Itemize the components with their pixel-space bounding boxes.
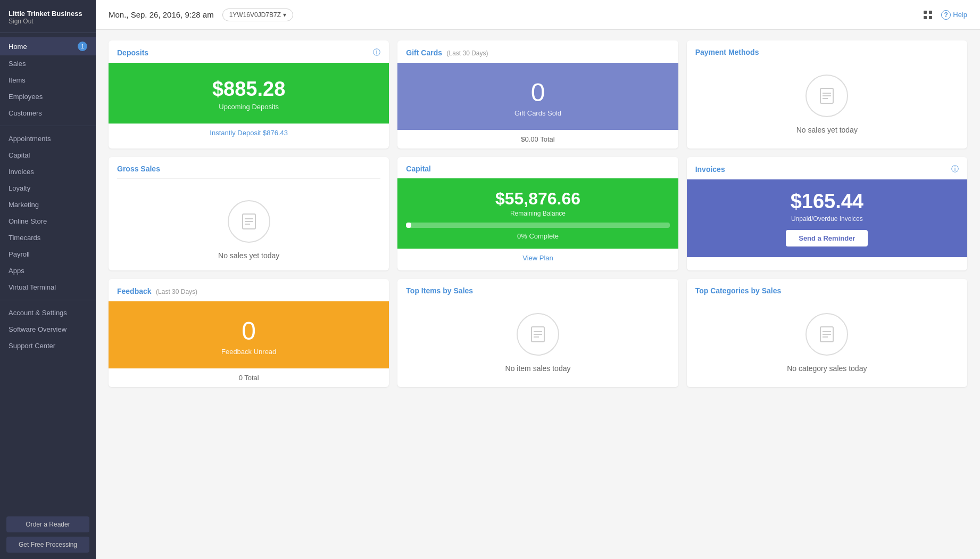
feedback-header: Feedback (Last 30 Days) [109, 279, 389, 301]
sidebar: Little Trinket Business Sign Out Home 1 … [0, 0, 96, 559]
payment-methods-body: No sales yet today [687, 62, 967, 145]
sidebar-item-timecards[interactable]: Timecards [0, 229, 96, 246]
feedback-card: Feedback (Last 30 Days) 0 Feedback Unrea… [109, 279, 389, 387]
top-categories-title: Top Categories by Sales [695, 286, 782, 295]
dashboard-grid: Deposits ⓘ $885.28 Upcoming Deposits Ins… [109, 40, 967, 387]
top-items-body: No item sales today [397, 300, 678, 383]
invoices-amount: $165.44 [695, 190, 959, 213]
sidebar-item-payroll[interactable]: Payroll [0, 246, 96, 262]
gift-cards-footer: $0.00 Total [397, 130, 678, 149]
svg-rect-1 [929, 11, 932, 14]
sidebar-item-sales[interactable]: Sales [0, 55, 96, 72]
feedback-label: Feedback Unread [117, 348, 380, 356]
grid-icon-button[interactable] [923, 10, 933, 20]
invoices-label: Unpaid/Overdue Invoices [695, 215, 959, 223]
capital-view-plan-link[interactable]: View Plan [397, 249, 678, 267]
receipt-icon-3 [528, 325, 547, 344]
capital-card: Capital $55,876.66 Remaining Balance 0% … [397, 157, 678, 270]
deposits-info-icon[interactable]: ⓘ [373, 48, 380, 57]
grid-icon [923, 10, 933, 20]
sidebar-item-software-overview[interactable]: Software Overview [0, 321, 96, 338]
payment-methods-no-sales: No sales yet today [796, 126, 858, 134]
gift-cards-card: Gift Cards (Last 30 Days) 0 Gift Cards S… [397, 40, 678, 149]
gift-cards-title: Gift Cards [406, 48, 442, 57]
sidebar-item-online-store[interactable]: Online Store [0, 213, 96, 229]
sidebar-item-loyalty[interactable]: Loyalty [0, 180, 96, 196]
payment-methods-card: Payment Methods No sales yet today [687, 40, 967, 149]
help-circle-icon: ? [941, 10, 951, 20]
receipt-icon [817, 86, 836, 105]
sidebar-brand: Little Trinket Business Sign Out [0, 0, 96, 28]
dashboard-content: Deposits ⓘ $885.28 Upcoming Deposits Ins… [96, 30, 980, 559]
invoices-card: Invoices ⓘ $165.44 Unpaid/Overdue Invoic… [687, 157, 967, 270]
deposits-amount: $885.28 [117, 78, 380, 101]
top-items-no-sales: No item sales today [505, 364, 571, 373]
deposits-green-box: $885.28 Upcoming Deposits [109, 63, 389, 124]
capital-amount: $55,876.66 [406, 189, 669, 209]
feedback-title-wrap: Feedback (Last 30 Days) [117, 286, 197, 296]
top-items-card: Top Items by Sales No item sales today [397, 279, 678, 387]
sidebar-item-capital[interactable]: Capital [0, 147, 96, 163]
receipt-icon-2 [239, 212, 259, 231]
gross-sales-divider [117, 178, 380, 179]
sidebar-divider-mid [0, 126, 96, 126]
help-label: Help [953, 11, 967, 19]
sidebar-item-employees[interactable]: Employees [0, 88, 96, 105]
gift-cards-title-wrap: Gift Cards (Last 30 Days) [406, 48, 488, 57]
invoices-title: Invoices [695, 165, 725, 174]
sidebar-divider-bottom [0, 300, 96, 300]
sidebar-item-support-center[interactable]: Support Center [0, 338, 96, 354]
payment-methods-header: Payment Methods [687, 40, 967, 62]
main-content: Mon., Sep. 26, 2016, 9:28 am 1YW16V0JD7B… [96, 0, 980, 559]
sign-out-link[interactable]: Sign Out [9, 18, 87, 25]
deposits-instant-link[interactable]: Instantly Deposit $876.43 [109, 124, 389, 142]
gross-sales-card: Gross Sales No sales yet today [109, 157, 389, 270]
deposits-label: Upcoming Deposits [117, 103, 380, 111]
gross-sales-no-sales: No sales yet today [218, 251, 279, 260]
send-reminder-button[interactable]: Send a Reminder [786, 230, 868, 246]
feedback-yellow-box: 0 Feedback Unread [109, 301, 389, 368]
top-categories-header: Top Categories by Sales [687, 279, 967, 300]
topbar-right: ? Help [923, 10, 967, 20]
gift-cards-blue-box: 0 Gift Cards Sold [397, 63, 678, 130]
top-items-header: Top Items by Sales [397, 279, 678, 300]
sidebar-item-customers[interactable]: Customers [0, 105, 96, 121]
location-id: 1YW16V0JD7B7Z [229, 11, 281, 19]
get-free-processing-button[interactable]: Get Free Processing [6, 537, 89, 553]
sidebar-item-invoices[interactable]: Invoices [0, 163, 96, 180]
gift-cards-number: 0 [406, 78, 669, 107]
gross-sales-title: Gross Sales [117, 165, 160, 173]
home-badge: 1 [78, 42, 87, 51]
feedback-number: 0 [117, 316, 380, 346]
sidebar-item-virtual-terminal[interactable]: Virtual Terminal [0, 279, 96, 295]
svg-rect-3 [929, 16, 932, 19]
sidebar-item-account-settings[interactable]: Account & Settings [0, 305, 96, 321]
topbar: Mon., Sep. 26, 2016, 9:28 am 1YW16V0JD7B… [96, 0, 980, 30]
help-button[interactable]: ? Help [941, 10, 967, 20]
sidebar-item-marketing[interactable]: Marketing [0, 196, 96, 213]
sidebar-item-home[interactable]: Home 1 [0, 37, 96, 55]
deposits-title: Deposits [117, 48, 148, 57]
top-categories-card: Top Categories by Sales No category sale… [687, 279, 967, 387]
invoices-blue-box: $165.44 Unpaid/Overdue Invoices Send a R… [687, 179, 967, 257]
sidebar-bottom-buttons: Order a Reader Get Free Processing [0, 510, 96, 559]
chevron-down-icon: ▾ [283, 11, 286, 19]
sidebar-item-apps[interactable]: Apps [0, 262, 96, 279]
capital-title: Capital [406, 165, 431, 173]
svg-rect-2 [924, 16, 927, 19]
sidebar-item-items[interactable]: Items [0, 72, 96, 88]
sidebar-item-appointments[interactable]: Appointments [0, 130, 96, 147]
capital-green-box: $55,876.66 Remaining Balance 0% Complete [397, 178, 678, 249]
feedback-footer: 0 Total [109, 368, 389, 387]
capital-percent: 0% Complete [406, 232, 669, 240]
order-reader-button[interactable]: Order a Reader [6, 516, 89, 532]
topbar-left: Mon., Sep. 26, 2016, 9:28 am 1YW16V0JD7B… [109, 9, 293, 21]
invoices-info-icon[interactable]: ⓘ [951, 165, 959, 174]
top-categories-no-sales: No category sales today [787, 364, 867, 373]
location-selector[interactable]: 1YW16V0JD7B7Z ▾ [222, 9, 293, 21]
top-items-icon [517, 313, 559, 356]
invoices-header: Invoices ⓘ [687, 157, 967, 179]
gross-sales-body: No sales yet today [109, 187, 389, 270]
feedback-subtitle: (Last 30 Days) [156, 288, 197, 295]
payment-methods-title: Payment Methods [695, 48, 759, 56]
